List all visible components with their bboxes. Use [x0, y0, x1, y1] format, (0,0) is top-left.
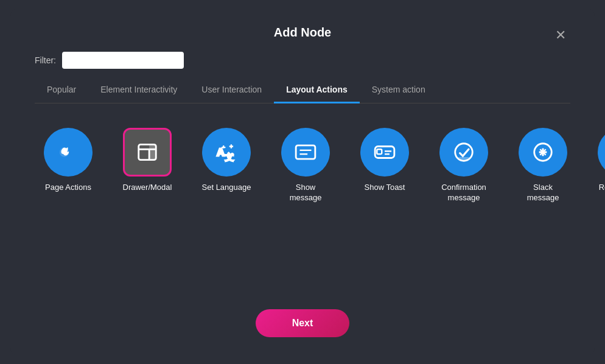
node-confirmation-message-icon-bg: [439, 128, 488, 177]
node-show-message-icon-bg: [281, 128, 330, 177]
node-show-toast-icon-bg: [360, 128, 409, 177]
close-icon: ✕: [555, 27, 566, 43]
filter-label: Filter:: [35, 55, 56, 65]
svg-rect-3: [149, 144, 156, 159]
node-drawer-modal[interactable]: Drawer/Modal: [114, 128, 181, 193]
node-redirect-go-page-icon-bg: [598, 128, 605, 177]
node-redirect-go-page[interactable]: Redirect / Goto Page: [589, 128, 605, 203]
node-set-language[interactable]: A 文 Set Language: [193, 128, 260, 193]
show-message-icon: [294, 141, 317, 164]
node-confirmation-message[interactable]: Confirmationmessage: [430, 128, 497, 203]
slack-message-icon: [531, 141, 554, 164]
drawer-modal-icon: [136, 141, 159, 164]
set-language-icon: A 文: [215, 141, 238, 164]
node-slack-message[interactable]: Slackmessage: [509, 128, 576, 203]
modal: Add Node ✕ Filter: Popular Element Inter…: [10, 9, 595, 355]
node-show-toast-label: Show Toast: [365, 183, 405, 193]
tab-element-interactivity[interactable]: Element Interactivity: [88, 80, 189, 103]
node-show-message-label: Showmessage: [290, 183, 322, 203]
node-page-actions-label: Page Actions: [45, 183, 91, 193]
node-set-language-icon-bg: A 文: [202, 128, 251, 177]
tab-system-action[interactable]: System action: [360, 80, 438, 103]
footer: Next: [35, 297, 570, 337]
modal-header: Add Node ✕: [35, 26, 570, 40]
tab-popular[interactable]: Popular: [35, 80, 88, 103]
nodes-grid: Page Actions Drawer/Modal: [35, 122, 570, 209]
svg-rect-15: [458, 157, 470, 160]
confirmation-message-icon: [452, 141, 475, 164]
modal-backdrop: Add Node ✕ Filter: Popular Element Inter…: [0, 0, 605, 364]
show-toast-icon: [373, 141, 396, 164]
svg-rect-11: [377, 149, 382, 154]
tab-user-interaction[interactable]: User Interaction: [189, 80, 274, 103]
page-actions-icon: [57, 141, 80, 164]
node-slack-message-icon-bg: [519, 128, 567, 177]
node-page-actions[interactable]: Page Actions: [35, 128, 102, 193]
modal-title: Add Node: [274, 26, 331, 40]
svg-rect-10: [375, 147, 394, 158]
node-show-message[interactable]: Showmessage: [272, 128, 339, 203]
node-drawer-modal-label: Drawer/Modal: [123, 183, 172, 193]
svg-rect-7: [296, 145, 315, 159]
node-drawer-modal-icon-bg: [123, 128, 172, 177]
tab-layout-actions[interactable]: Layout Actions: [274, 80, 360, 103]
next-button[interactable]: Next: [256, 309, 350, 337]
node-confirmation-message-label: Confirmationmessage: [441, 183, 486, 203]
node-set-language-label: Set Language: [202, 183, 251, 193]
node-slack-message-label: Slackmessage: [527, 183, 559, 203]
close-button[interactable]: ✕: [551, 26, 570, 45]
filter-input[interactable]: [62, 52, 184, 69]
node-show-toast[interactable]: Show Toast: [351, 128, 418, 193]
node-redirect-go-page-label: Redirect / Goto Page: [599, 183, 605, 203]
tabs-bar: Popular Element Interactivity User Inter…: [35, 80, 570, 103]
filter-row: Filter:: [35, 52, 570, 69]
node-page-actions-icon-bg: [44, 128, 93, 177]
